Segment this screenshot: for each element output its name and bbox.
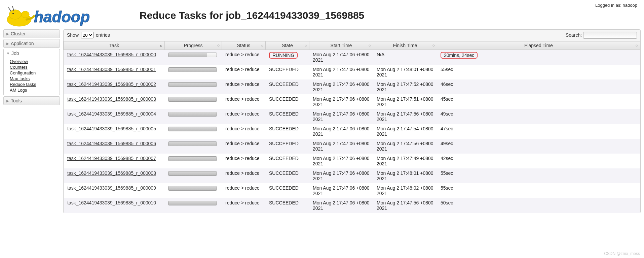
page-size-control: Show 20 entries (67, 32, 110, 38)
start-time-cell: Mon Aug 2 17:47:06 +0800 2021 (309, 79, 373, 94)
status-cell: reduce > reduce (222, 168, 266, 183)
start-time-cell: Mon Aug 2 17:47:06 +0800 2021 (309, 109, 373, 124)
status-cell: reduce > reduce (222, 198, 266, 213)
col-header-status[interactable]: Status◇ (222, 41, 266, 50)
finish-time-cell: Mon Aug 2 17:48:01 +0800 2021 (373, 65, 437, 79)
task-link[interactable]: task_1624419433039_1569885_r_000008 (67, 170, 156, 176)
progress-bar (168, 201, 217, 205)
finish-time-cell: N/A (373, 50, 437, 65)
elapsed-time-cell: 55sec (437, 168, 640, 183)
col-header-start-time[interactable]: Start Time◇ (309, 41, 373, 50)
status-cell: reduce > reduce (222, 139, 266, 154)
table-row: task_1624419433039_1569885_r_000002reduc… (64, 79, 640, 94)
task-link[interactable]: task_1624419433039_1569885_r_000010 (67, 200, 156, 205)
finish-time-cell: Mon Aug 2 17:47:49 +0800 2021 (373, 154, 437, 168)
state-cell: SUCCEEDED (266, 139, 309, 154)
progress-bar (168, 171, 217, 176)
status-cell: reduce > reduce (222, 79, 266, 94)
elapsed-time-cell: 47sec (437, 124, 640, 139)
task-link[interactable]: task_1624419433039_1569885_r_000002 (67, 82, 156, 87)
progress-bar (168, 97, 217, 102)
elapsed-time-cell: 55sec (437, 183, 640, 198)
elapsed-time-cell: 45sec (437, 94, 640, 109)
finish-time-cell: Mon Aug 2 17:47:52 +0800 2021 (373, 79, 437, 94)
state-cell: RUNNING (266, 50, 309, 65)
table-row: task_1624419433039_1569885_r_000009reduc… (64, 183, 640, 198)
start-time-cell: Mon Aug 2 17:47:06 +0800 2021 (309, 94, 373, 109)
nav-link-configuration[interactable]: Configuration (10, 70, 60, 76)
task-link[interactable]: task_1624419433039_1569885_r_000000 (67, 52, 156, 57)
progress-bar (168, 156, 217, 161)
nav-link-reduce-tasks[interactable]: Reduce tasks (10, 82, 60, 87)
status-cell: reduce > reduce (222, 109, 266, 124)
chevron-right-icon: ▶ (6, 99, 9, 103)
finish-time-cell: Mon Aug 2 17:48:02 +0800 2021 (373, 183, 437, 198)
table-row: task_1624419433039_1569885_r_000008reduc… (64, 168, 640, 183)
finish-time-cell: Mon Aug 2 17:47:56 +0800 2021 (373, 198, 437, 213)
state-cell: SUCCEEDED (266, 94, 309, 109)
table-row: task_1624419433039_1569885_r_000005reduc… (64, 124, 640, 139)
col-header-elapsed-time[interactable]: Elapsed Time◇ (437, 41, 640, 50)
task-link[interactable]: task_1624419433039_1569885_r_000001 (67, 67, 156, 72)
start-time-cell: Mon Aug 2 17:47:06 +0800 2021 (309, 154, 373, 168)
elapsed-time-cell: 50sec (437, 198, 640, 213)
state-cell: SUCCEEDED (266, 154, 309, 168)
chevron-right-icon: ▶ (6, 42, 9, 45)
start-time-cell: Mon Aug 2 17:47:06 +0800 2021 (309, 139, 373, 154)
nav-application[interactable]: ▶Application (3, 39, 60, 48)
col-header-progress[interactable]: Progress◇ (165, 41, 222, 50)
finish-time-cell: Mon Aug 2 17:47:54 +0800 2021 (373, 124, 437, 139)
table-row: task_1624419433039_1569885_r_000000reduc… (64, 50, 640, 65)
state-cell: SUCCEEDED (266, 183, 309, 198)
elapsed-time-cell: 49sec (437, 109, 640, 124)
elapsed-time-cell: 20mins, 24sec (437, 50, 640, 65)
col-header-finish-time[interactable]: Finish Time◇ (373, 41, 437, 50)
task-link[interactable]: task_1624419433039_1569885_r_000009 (67, 185, 156, 191)
watermark: CSDN @zmx_mess (604, 251, 640, 256)
task-link[interactable]: task_1624419433039_1569885_r_000005 (67, 126, 156, 131)
table-row: task_1624419433039_1569885_r_000003reduc… (64, 94, 640, 109)
logged-in-label: Logged in as: hadoop (595, 3, 637, 8)
progress-bar (168, 186, 217, 191)
table-row: task_1624419433039_1569885_r_000010reduc… (64, 198, 640, 213)
svg-text:hadoop: hadoop (34, 8, 90, 26)
search-input[interactable] (583, 32, 637, 39)
table-row: task_1624419433039_1569885_r_000001reduc… (64, 65, 640, 79)
finish-time-cell: Mon Aug 2 17:47:51 +0800 2021 (373, 94, 437, 109)
task-link[interactable]: task_1624419433039_1569885_r_000004 (67, 111, 156, 117)
elapsed-time-cell: 42sec (437, 154, 640, 168)
page-title: Reduce Tasks for job_1624419433039_15698… (140, 10, 364, 21)
state-cell: SUCCEEDED (266, 79, 309, 94)
progress-bar (168, 53, 217, 57)
progress-bar (168, 82, 217, 87)
nav-link-counters[interactable]: Counters (10, 64, 60, 70)
hadoop-logo: hadoop (5, 3, 106, 28)
status-cell: reduce > reduce (222, 183, 266, 198)
svg-point-2 (21, 11, 29, 18)
progress-bar (168, 127, 217, 131)
col-header-task[interactable]: Task▲ (64, 41, 165, 50)
state-cell: SUCCEEDED (266, 65, 309, 79)
nav-link-am-logs[interactable]: AM Logs (10, 87, 60, 93)
finish-time-cell: Mon Aug 2 17:47:56 +0800 2021 (373, 109, 437, 124)
nav-link-map-tasks[interactable]: Map tasks (10, 76, 60, 82)
progress-bar (168, 112, 217, 117)
elapsed-time-cell: 46sec (437, 79, 640, 94)
start-time-cell: Mon Aug 2 17:47:06 +0800 2021 (309, 198, 373, 213)
progress-bar (168, 67, 217, 72)
col-header-state[interactable]: State◇ (266, 41, 309, 50)
finish-time-cell: Mon Aug 2 17:47:56 +0800 2021 (373, 139, 437, 154)
sidebar: ▶Cluster ▶Application ▼Job Overview Coun… (3, 29, 63, 213)
nav-tools[interactable]: ▶Tools (3, 96, 60, 105)
task-link[interactable]: task_1624419433039_1569885_r_000007 (67, 156, 156, 161)
task-link[interactable]: task_1624419433039_1569885_r_000006 (67, 141, 156, 146)
nav-cluster[interactable]: ▶Cluster (3, 29, 60, 38)
start-time-cell: Mon Aug 2 17:47:06 +0800 2021 (309, 50, 373, 65)
task-link[interactable]: task_1624419433039_1569885_r_000003 (67, 96, 156, 102)
page-size-select[interactable]: 20 (81, 32, 93, 38)
state-cell: SUCCEEDED (266, 168, 309, 183)
state-cell: SUCCEEDED (266, 109, 309, 124)
nav-job[interactable]: ▼Job (3, 49, 60, 57)
nav-link-overview[interactable]: Overview (10, 59, 60, 64)
chevron-right-icon: ▶ (6, 32, 9, 36)
